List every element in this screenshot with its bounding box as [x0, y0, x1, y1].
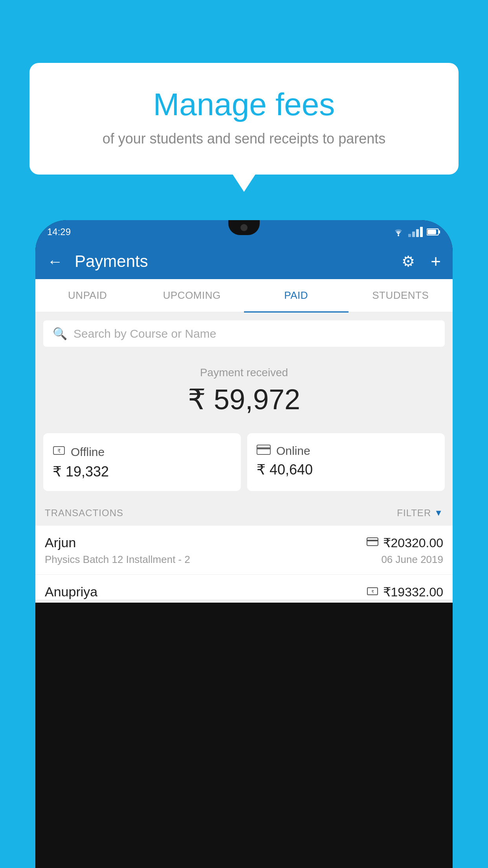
svg-rect-7 — [257, 447, 270, 449]
status-icons — [393, 227, 441, 237]
transaction-amount: ₹19332.00 — [383, 585, 443, 600]
tab-students[interactable]: STUDENTS — [349, 279, 453, 312]
offline-card: ₹ Offline ₹ 19,332 — [43, 433, 241, 491]
battery-icon — [427, 228, 441, 236]
bubble-subtitle: of your students and send receipts to pa… — [49, 131, 439, 147]
back-button[interactable]: ← — [47, 253, 63, 270]
wifi-icon — [393, 228, 404, 236]
transaction-list: Arjun ₹20320.00 Physics — [35, 526, 453, 600]
phone-content: 🔍 Search by Course or Name Payment recei… — [35, 313, 453, 603]
status-bar: 14:29 — [35, 220, 453, 244]
transaction-course: Physics Batch 12 Installment - 2 — [45, 554, 190, 566]
search-input[interactable]: Search by Course or Name — [73, 327, 216, 340]
search-bar[interactable]: 🔍 Search by Course or Name — [43, 320, 445, 347]
svg-rect-3 — [427, 230, 436, 234]
offline-label: Offline — [71, 445, 105, 459]
offline-icon: ₹ — [53, 444, 65, 460]
transactions-header: TRANSACTIONS FILTER ▼ — [35, 500, 453, 526]
search-icon: 🔍 — [53, 327, 67, 340]
transaction-name: Arjun — [45, 535, 76, 550]
transaction-date: 06 June 2019 — [381, 554, 443, 566]
offline-amount: ₹ 19,332 — [53, 463, 231, 480]
header-title: Payments — [75, 252, 394, 271]
payment-method-icon — [367, 537, 378, 549]
svg-text:₹: ₹ — [371, 589, 374, 594]
svg-rect-8 — [367, 538, 378, 546]
tabs-bar: UNPAID UPCOMING PAID STUDENTS — [35, 279, 453, 313]
tab-paid[interactable]: PAID — [244, 279, 349, 312]
online-card: Online ₹ 40,640 — [247, 433, 445, 491]
tab-unpaid[interactable]: UNPAID — [35, 279, 140, 312]
signal-icon — [408, 227, 423, 237]
tab-upcoming[interactable]: UPCOMING — [140, 279, 244, 312]
filter-button[interactable]: FILTER ▼ — [397, 508, 443, 519]
svg-rect-9 — [367, 540, 378, 541]
payment-received-label: Payment received — [43, 366, 445, 379]
app-header: ← Payments ⚙ + — [35, 244, 453, 279]
svg-rect-6 — [257, 445, 270, 454]
phone-frame: 14:29 — [35, 220, 453, 868]
filter-label: FILTER — [397, 508, 431, 519]
transactions-label: TRANSACTIONS — [45, 508, 123, 519]
online-icon — [257, 445, 271, 458]
gear-icon[interactable]: ⚙ — [402, 253, 415, 270]
total-amount: ₹ 59,972 — [43, 383, 445, 416]
svg-point-0 — [398, 235, 399, 236]
payment-method-icon: ₹ — [367, 586, 378, 598]
filter-icon: ▼ — [434, 508, 443, 518]
transaction-amount: ₹20320.00 — [383, 535, 443, 550]
status-time: 14:29 — [47, 226, 71, 237]
payment-cards: ₹ Offline ₹ 19,332 — [35, 433, 453, 500]
transaction-amount-row: ₹20320.00 — [367, 535, 443, 550]
table-row: Anupriya ₹ ₹19332.00 — [35, 575, 453, 600]
online-amount: ₹ 40,640 — [257, 462, 435, 478]
phone-notch — [228, 220, 260, 235]
bubble-title: Manage fees — [49, 86, 439, 123]
payment-summary: Payment received ₹ 59,972 — [35, 355, 453, 433]
transaction-name: Anupriya — [45, 584, 97, 600]
speech-bubble: Manage fees of your students and send re… — [29, 63, 459, 175]
transaction-amount-row: ₹ ₹19332.00 — [367, 585, 443, 600]
online-label: Online — [276, 444, 310, 458]
table-row: Arjun ₹20320.00 Physics — [35, 526, 453, 575]
camera — [240, 224, 248, 231]
svg-rect-2 — [438, 230, 440, 234]
svg-text:₹: ₹ — [57, 448, 61, 454]
add-button[interactable]: + — [431, 252, 441, 271]
